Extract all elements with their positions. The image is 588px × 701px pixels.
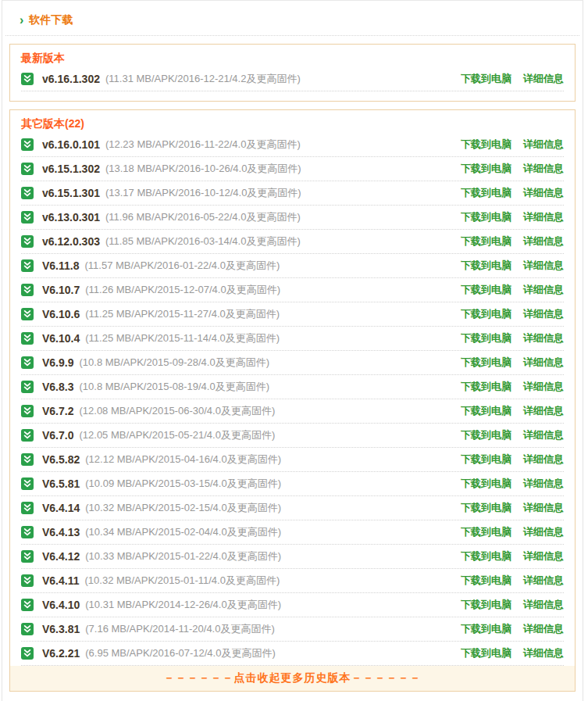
download-to-pc-link[interactable]: 下载到电脑 [461, 622, 511, 636]
version-row: V6.4.10 (10.31 MB/APK/2014-12-26/4.0及更高固… [21, 593, 564, 617]
details-link[interactable]: 详细信息 [523, 138, 564, 152]
other-versions-box: 其它版本(22) v6.16.0.101 (12.23 MB/APK/2016-… [9, 109, 576, 692]
version-info: (11.25 MB/APK/2015-11-14/4.0及更高固件) [85, 331, 280, 345]
download-icon[interactable] [21, 429, 34, 442]
download-to-pc-link[interactable]: 下载到电脑 [461, 234, 511, 249]
details-link[interactable]: 详细信息 [523, 598, 564, 612]
download-icon[interactable] [21, 477, 34, 490]
collapse-history-toggle[interactable]: －－－－－－点击收起更多历史版本－－－－－－ [10, 666, 575, 691]
download-to-pc-link[interactable]: 下载到电脑 [461, 549, 511, 563]
download-icon[interactable] [21, 623, 34, 635]
version-info: (11.25 MB/APK/2015-11-27/4.0及更高固件) [85, 307, 280, 321]
version-row: v6.12.0.303 (11.85 MB/APK/2016-03-14/4.0… [21, 230, 564, 254]
download-icon[interactable] [21, 73, 34, 85]
details-link[interactable]: 详细信息 [523, 525, 564, 539]
details-link[interactable]: 详细信息 [523, 428, 564, 442]
download-icon[interactable] [21, 574, 34, 587]
details-link[interactable]: 详细信息 [523, 356, 564, 370]
version-row: V6.2.21 (6.95 MB/APK/2016-07-12/4.0及更高固件… [21, 642, 564, 666]
details-link[interactable]: 详细信息 [523, 452, 564, 467]
download-to-pc-link[interactable]: 下载到电脑 [461, 452, 511, 467]
download-to-pc-link[interactable]: 下载到电脑 [461, 501, 511, 515]
download-to-pc-link[interactable]: 下载到电脑 [461, 162, 511, 176]
version-label: V6.7.0 [42, 429, 73, 442]
version-row: V6.4.13 (10.34 MB/APK/2015-02-04/4.0及更高固… [21, 520, 564, 545]
download-to-pc-link[interactable]: 下载到电脑 [461, 525, 511, 539]
version-row: v6.16.1.302 (11.31 MB/APK/2016-12-21/4.2… [21, 67, 564, 91]
version-label: V6.9.9 [42, 356, 73, 369]
download-icon[interactable] [21, 647, 34, 660]
download-to-pc-link[interactable]: 下载到电脑 [461, 259, 511, 273]
details-link[interactable]: 详细信息 [523, 574, 564, 588]
details-link[interactable]: 详细信息 [523, 549, 564, 563]
download-to-pc-link[interactable]: 下载到电脑 [461, 307, 511, 321]
version-info: (12.05 MB/APK/2015-05-21/4.0及更高固件) [79, 428, 275, 442]
details-link[interactable]: 详细信息 [523, 646, 564, 660]
download-icon[interactable] [21, 381, 34, 393]
download-to-pc-link[interactable]: 下载到电脑 [461, 477, 511, 491]
details-link[interactable]: 详细信息 [523, 404, 564, 418]
details-link[interactable]: 详细信息 [523, 331, 564, 345]
download-to-pc-link[interactable]: 下载到电脑 [461, 283, 511, 297]
download-icon[interactable] [21, 453, 34, 466]
download-icon[interactable] [21, 405, 34, 417]
download-icon[interactable] [21, 599, 34, 611]
version-row: v6.16.0.101 (12.23 MB/APK/2016-11-22/4.0… [21, 133, 564, 157]
download-icon[interactable] [21, 284, 34, 296]
other-versions-heading: 其它版本(22) [10, 110, 575, 133]
download-icon[interactable] [21, 356, 34, 369]
details-link[interactable]: 详细信息 [523, 186, 564, 200]
version-row: V6.4.11 (10.32 MB/APK/2015-01-11/4.0及更高固… [21, 569, 564, 593]
download-icon[interactable] [21, 308, 34, 320]
details-link[interactable]: 详细信息 [523, 234, 564, 249]
download-icon[interactable] [21, 235, 34, 248]
download-icon[interactable] [21, 163, 34, 175]
version-info: (11.31 MB/APK/2016-12-21/4.2及更高固件) [105, 72, 301, 86]
download-to-pc-link[interactable]: 下载到电脑 [461, 186, 511, 200]
details-link[interactable]: 详细信息 [523, 501, 564, 515]
version-row: v6.13.0.301 (11.96 MB/APK/2016-05-22/4.0… [21, 206, 564, 230]
latest-version-heading: 最新版本 [10, 45, 575, 67]
version-info: (10.34 MB/APK/2015-02-04/4.0及更高固件) [85, 525, 281, 539]
details-link[interactable]: 详细信息 [523, 380, 564, 394]
details-link[interactable]: 详细信息 [523, 283, 564, 297]
version-info: (11.96 MB/APK/2016-05-22/4.0及更高固件) [105, 210, 301, 224]
download-icon[interactable] [21, 502, 34, 514]
download-to-pc-link[interactable]: 下载到电脑 [461, 380, 511, 394]
download-icon[interactable] [21, 187, 34, 199]
details-link[interactable]: 详细信息 [523, 307, 564, 321]
details-link[interactable]: 详细信息 [523, 210, 564, 224]
download-to-pc-link[interactable]: 下载到电脑 [461, 331, 511, 345]
version-label: V6.4.10 [42, 599, 80, 611]
download-to-pc-link[interactable]: 下载到电脑 [461, 428, 511, 442]
software-download-panel: › 软件下载 最新版本 v6.16.1.302 (11.31 MB/APK/20… [2, 0, 583, 701]
version-info: (10.31 MB/APK/2014-12-26/4.0及更高固件) [85, 598, 281, 612]
version-label: v6.12.0.303 [42, 235, 100, 248]
version-row: V6.5.81 (10.09 MB/APK/2015-03-15/4.0及更高固… [21, 472, 564, 496]
version-row: V6.3.81 (7.16 MB/APK/2014-11-20/4.0及更高固件… [21, 617, 564, 642]
download-to-pc-link[interactable]: 下载到电脑 [461, 574, 511, 588]
details-link[interactable]: 详细信息 [523, 72, 564, 86]
version-info: (13.17 MB/APK/2016-10-12/4.0及更高固件) [105, 186, 301, 200]
download-icon[interactable] [21, 526, 34, 538]
details-link[interactable]: 详细信息 [523, 477, 564, 491]
download-to-pc-link[interactable]: 下载到电脑 [461, 138, 511, 152]
details-link[interactable]: 详细信息 [523, 622, 564, 636]
details-link[interactable]: 详细信息 [523, 162, 564, 176]
download-icon[interactable] [21, 211, 34, 224]
download-to-pc-link[interactable]: 下载到电脑 [461, 404, 511, 418]
details-link[interactable]: 详细信息 [523, 259, 564, 273]
download-to-pc-link[interactable]: 下载到电脑 [461, 598, 511, 612]
version-label: V6.10.4 [42, 332, 80, 345]
version-info: (10.32 MB/APK/2015-01-11/4.0及更高固件) [85, 574, 280, 588]
download-icon[interactable] [21, 138, 34, 151]
version-info: (7.16 MB/APK/2014-11-20/4.0及更高固件) [85, 622, 275, 636]
download-to-pc-link[interactable]: 下载到电脑 [461, 72, 511, 86]
version-label: v6.15.1.301 [42, 187, 100, 199]
download-icon[interactable] [21, 550, 34, 563]
download-icon[interactable] [21, 332, 34, 345]
download-icon[interactable] [21, 259, 34, 272]
download-to-pc-link[interactable]: 下载到电脑 [461, 646, 511, 660]
download-to-pc-link[interactable]: 下载到电脑 [461, 210, 511, 224]
download-to-pc-link[interactable]: 下载到电脑 [461, 356, 511, 370]
